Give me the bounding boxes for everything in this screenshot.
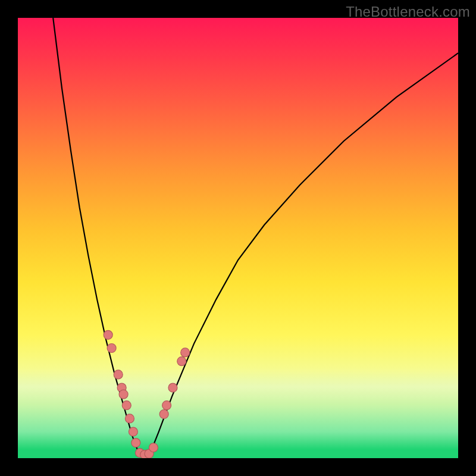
plot-area [18, 18, 458, 458]
curves-svg [18, 18, 458, 458]
data-point [177, 357, 186, 366]
data-point [129, 427, 137, 436]
right-curve [150, 53, 458, 453]
data-point [162, 401, 171, 410]
data-point [131, 439, 140, 447]
data-point [104, 330, 112, 339]
chart-stage: TheBottleneck.com [0, 0, 476, 476]
data-point [159, 410, 168, 419]
data-points [104, 330, 190, 458]
data-point [119, 390, 128, 399]
data-point [125, 414, 134, 423]
data-point [168, 383, 177, 392]
data-point [181, 348, 190, 357]
data-point [107, 344, 116, 353]
data-point [149, 443, 158, 452]
data-point [114, 370, 123, 379]
watermark-text: TheBottleneck.com [346, 4, 470, 20]
data-point [122, 401, 131, 410]
